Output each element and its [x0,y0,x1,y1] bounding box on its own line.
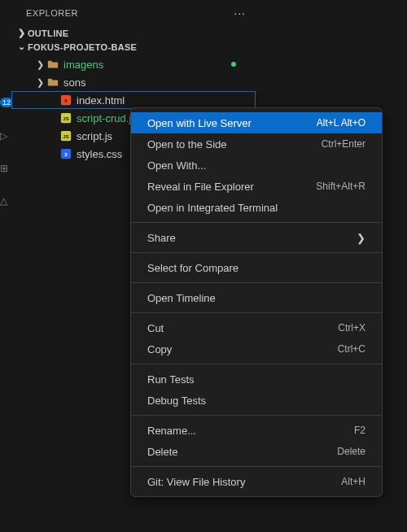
menu-label: Open Timeline [147,292,216,304]
menu-label: Open with Live Server [147,117,252,129]
menu-shortcut: Alt+L Alt+O [317,117,365,129]
chevron-down-icon: ⌄ [16,41,28,52]
chevron-right-icon: ❯ [357,232,365,244]
folder-icon [46,76,60,88]
menu-label: Debug Tests [147,395,206,407]
menu-share[interactable]: Share ❯ [131,227,382,248]
menu-label: Copy [147,343,172,355]
menu-debug-tests[interactable]: Debug Tests [131,390,382,411]
activity-icon[interactable]: ▷ [0,130,7,142]
chevron-right-icon: ❯ [34,59,46,70]
menu-shortcut: Ctrl+Enter [322,138,365,150]
menu-label: Delete [147,446,178,458]
activity-icon[interactable]: ⊞ [0,163,8,174]
svg-text:5: 5 [64,98,68,103]
section-outline[interactable]: ❯ OUTLINE [11,26,256,40]
activity-icon[interactable]: △ [0,195,7,207]
svg-text:JS: JS [63,133,68,139]
menu-separator [131,222,382,223]
menu-shortcut: Shift+Alt+R [316,181,365,192]
section-label: OUTLINE [28,28,68,38]
menu-open-terminal[interactable]: Open in Integrated Terminal [131,197,382,218]
tree-label: script.js [77,130,112,142]
tree-label: imagens [63,59,103,71]
html-file-icon: 5 [59,94,73,106]
menu-separator [131,415,382,416]
menu-separator [131,252,382,253]
menu-reveal-explorer[interactable]: Reveal in File Explorer Shift+Alt+R [131,176,382,197]
section-label: FOKUS-PROJETO-BASE [28,42,137,52]
menu-separator [131,282,382,283]
menu-select-compare[interactable]: Select for Compare [131,257,382,278]
menu-copy[interactable]: Copy Ctrl+C [131,338,382,360]
svg-text:JS: JS [63,116,68,121]
chevron-right-icon: ❯ [16,28,28,38]
menu-label: Select for Compare [147,262,239,274]
menu-open-live-server[interactable]: Open with Live Server Alt+L Alt+O [131,112,382,133]
tree-label: script-crud.js [77,112,137,124]
sidebar-header: EXPLORER ··· [11,0,256,26]
css-file-icon: 3 [59,148,73,159]
modified-dot-icon [231,62,236,67]
menu-label: Cut [147,322,164,334]
section-project[interactable]: ⌄ FOKUS-PROJETO-BASE [11,40,256,54]
menu-label: Git: View File History [147,476,245,488]
activity-bar: 12 ▷ ⊞ △ [0,0,11,532]
menu-separator [131,466,382,467]
svg-text:3: 3 [64,151,68,157]
menu-label: Open in Integrated Terminal [147,202,278,214]
tree-folder-sons[interactable]: ❯ sons [11,73,256,91]
js-file-icon: JS [59,130,73,142]
tree-folder-imagens[interactable]: ❯ imagens [11,55,256,73]
menu-separator [131,312,382,313]
menu-shortcut: Alt+H [341,476,365,487]
chevron-right-icon: ❯ [34,77,46,88]
more-icon[interactable]: ··· [234,7,246,20]
menu-rename[interactable]: Rename... F2 [131,420,382,441]
folder-icon [46,59,60,70]
menu-label: Open With... [147,159,206,172]
menu-label: Run Tests [147,373,195,386]
sidebar-title: EXPLORER [26,8,78,18]
context-menu: Open with Live Server Alt+L Alt+O Open t… [130,107,383,497]
menu-label: Share [147,232,176,244]
tree-label: styles.css [77,148,122,160]
tree-file-index-html[interactable]: 5 index.html [11,91,256,109]
menu-open-with[interactable]: Open With... [131,155,382,176]
menu-shortcut: F2 [354,425,365,436]
menu-cut[interactable]: Cut Ctrl+X [131,317,382,338]
menu-label: Rename... [147,425,196,437]
js-file-icon: JS [59,112,73,124]
menu-delete[interactable]: Delete Delete [131,441,382,462]
menu-label: Reveal in File Explorer [147,181,254,193]
menu-run-tests[interactable]: Run Tests [131,368,382,390]
tree-label: index.html [77,94,125,107]
menu-label: Open to the Side [147,138,227,150]
menu-open-to-side[interactable]: Open to the Side Ctrl+Enter [131,133,382,155]
menu-separator [131,364,382,364]
menu-shortcut: Delete [337,446,365,457]
tree-label: sons [63,76,85,89]
menu-open-timeline[interactable]: Open Timeline [131,287,382,308]
menu-git-history[interactable]: Git: View File History Alt+H [131,471,382,492]
menu-shortcut: Ctrl+C [338,343,365,355]
menu-shortcut: Ctrl+X [338,322,365,334]
